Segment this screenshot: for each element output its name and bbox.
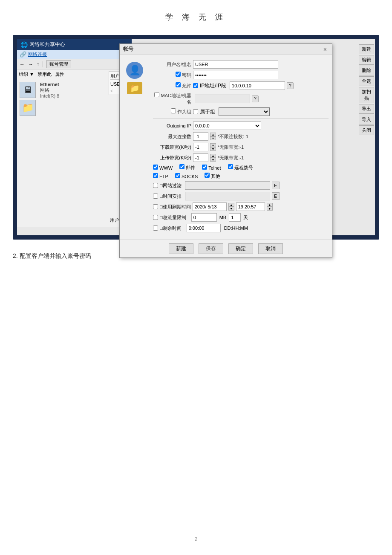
dialog-body: 👤 📁 用户名/组名 密码 bbox=[120, 55, 332, 240]
telnet-checkbox[interactable] bbox=[202, 165, 207, 170]
ip-help-button[interactable]: ? bbox=[287, 82, 294, 89]
ip-checkbox[interactable] bbox=[193, 83, 198, 88]
save-button[interactable]: 保存 bbox=[199, 243, 223, 254]
edit-sidebar-button[interactable]: 编辑 bbox=[359, 55, 374, 65]
delete-sidebar-button[interactable]: 删除 bbox=[359, 66, 374, 75]
flow-mb-unit: MB bbox=[219, 215, 227, 220]
nav-forward[interactable]: → bbox=[28, 61, 33, 67]
password-checkbox[interactable] bbox=[176, 72, 181, 77]
account-dialog: 帐号 × 👤 📁 用户名/组名 bbox=[119, 43, 332, 258]
allow-ip-row: 允许 IP地址/IP段 ? bbox=[153, 81, 329, 90]
dialog-close-button[interactable]: × bbox=[322, 46, 329, 53]
download-bw-up[interactable]: ▲ bbox=[210, 143, 216, 147]
nav-up[interactable]: ↑ bbox=[37, 61, 39, 67]
download-bw-spinner[interactable]: ▲ ▼ bbox=[210, 143, 216, 151]
new-sidebar-button[interactable]: 新建 bbox=[359, 44, 374, 54]
max-conn-up[interactable]: ▲ bbox=[210, 133, 216, 136]
disable-btn[interactable]: 禁用此 bbox=[37, 71, 52, 78]
flow-days-input[interactable] bbox=[229, 213, 241, 222]
download-bw-input[interactable] bbox=[193, 143, 208, 151]
flow-limit-checkbox[interactable] bbox=[153, 215, 158, 220]
username-input[interactable] bbox=[193, 60, 278, 69]
nav-back[interactable]: ← bbox=[20, 61, 25, 67]
cancel-button[interactable]: 取消 bbox=[258, 243, 283, 254]
expire-label: □使用到期时间 bbox=[160, 204, 191, 210]
dialog-folder-icon: 📁 bbox=[127, 82, 142, 94]
filter-time-checkbox[interactable] bbox=[153, 194, 158, 199]
net-connection-link[interactable]: 网络连接 bbox=[28, 51, 47, 58]
scan-sidebar-button[interactable]: 加扫描 bbox=[359, 87, 374, 103]
expire-date-down[interactable]: ▼ bbox=[228, 207, 234, 211]
filter-site-checkbox[interactable] bbox=[153, 183, 158, 188]
mac-checkbox[interactable] bbox=[154, 92, 159, 97]
expire-checkbox[interactable] bbox=[153, 204, 158, 209]
adapter-chip: Intel(R) 8 bbox=[40, 93, 59, 98]
ip-label: IP地址/IP段 bbox=[200, 82, 226, 90]
filter-time-edit-button[interactable]: E bbox=[272, 192, 280, 200]
socks-checkbox[interactable] bbox=[175, 173, 180, 178]
expire-date-spinner[interactable]: ▲ ▼ bbox=[228, 203, 234, 211]
flow-value-input[interactable] bbox=[191, 213, 217, 222]
max-conn-spinner[interactable]: ▲ ▼ bbox=[210, 133, 216, 140]
adapter-name: Ethernet bbox=[40, 82, 59, 87]
belong-group-checkbox[interactable] bbox=[193, 109, 198, 114]
select-all-sidebar-button[interactable]: 全选 bbox=[359, 76, 374, 86]
network-center-header: 🌐 网络和共享中心 bbox=[17, 39, 132, 50]
www-checkbox[interactable] bbox=[153, 165, 158, 170]
group-select[interactable] bbox=[219, 107, 270, 116]
remote-label: 远程拨号 bbox=[234, 165, 253, 170]
mac-help-button[interactable]: ? bbox=[252, 95, 259, 102]
network-center-label: 网络和共享中心 bbox=[29, 41, 65, 48]
protocol-row-1: WWW 邮件 Telnet 远程拨号 bbox=[153, 164, 329, 171]
left-icons: 🖥 📁 bbox=[20, 82, 36, 116]
dialog-form: 用户名/组名 密码 允许 bbox=[150, 58, 332, 236]
ip-input[interactable] bbox=[230, 81, 285, 90]
password-row: 密码 bbox=[153, 71, 329, 79]
remote-check-label: 远程拨号 bbox=[228, 164, 253, 171]
max-conn-input[interactable] bbox=[193, 132, 208, 141]
expire-time-input[interactable] bbox=[236, 202, 265, 211]
outgoing-ip-label: Outgoing IP bbox=[153, 123, 191, 128]
max-conn-down[interactable]: ▼ bbox=[210, 136, 216, 140]
filter-site-input[interactable] bbox=[185, 181, 270, 190]
group-checkbox[interactable] bbox=[171, 108, 176, 113]
mac-input[interactable] bbox=[195, 95, 250, 103]
flow-limit-row: □总流量限制 MB 天 bbox=[153, 213, 329, 222]
remain-value-input[interactable] bbox=[187, 224, 221, 232]
filter-site-row: □网站过滤 E bbox=[153, 181, 329, 190]
expire-time-up[interactable]: ▲ bbox=[267, 203, 273, 207]
expire-time-down[interactable]: ▼ bbox=[267, 207, 273, 211]
expire-date-input[interactable] bbox=[193, 202, 227, 211]
remain-checkbox[interactable] bbox=[153, 225, 158, 231]
filter-time-input[interactable] bbox=[185, 192, 270, 200]
ftp-checkbox[interactable] bbox=[153, 173, 158, 178]
www-check-label: WWW bbox=[153, 165, 173, 171]
left-panel: 🌐 网络和共享中心 🔗 网络连接 ← → ↑ 账号管理 组织 ▼ 禁用此 属性 bbox=[17, 39, 132, 227]
mail-checkbox[interactable] bbox=[179, 164, 184, 169]
upload-bw-down[interactable]: ▼ bbox=[210, 158, 216, 162]
download-bw-down[interactable]: ▼ bbox=[210, 147, 216, 151]
properties-btn[interactable]: 属性 bbox=[55, 71, 64, 78]
filter-site-edit-button[interactable]: E bbox=[272, 182, 280, 189]
page-title: 学 海 无 涯 bbox=[0, 0, 392, 31]
adapter-info: Ethernet 网络 Intel(R) 8 bbox=[40, 82, 59, 98]
export-sidebar-button[interactable]: 导出 bbox=[359, 104, 374, 114]
expire-time-spinner[interactable]: ▲ ▼ bbox=[267, 203, 273, 211]
outgoing-ip-select[interactable]: 0.0.0.0 bbox=[193, 121, 261, 130]
net-connections-bar: 🔗 网络连接 bbox=[17, 50, 132, 59]
remote-checkbox[interactable] bbox=[228, 164, 233, 169]
upload-bw-spinner[interactable]: ▲ ▼ bbox=[210, 154, 216, 162]
upload-bw-up[interactable]: ▲ bbox=[210, 154, 216, 158]
expire-date-up[interactable]: ▲ bbox=[228, 203, 234, 207]
import-sidebar-button[interactable]: 导入 bbox=[359, 115, 374, 124]
adapter-sub: 网络 bbox=[40, 87, 59, 93]
organize-btn[interactable]: 组织 ▼ bbox=[19, 71, 34, 78]
ok-button[interactable]: 确定 bbox=[228, 243, 253, 254]
upload-bw-input[interactable] bbox=[193, 153, 208, 162]
allow-checkbox[interactable] bbox=[176, 82, 181, 87]
new-button[interactable]: 新建 bbox=[169, 243, 193, 254]
other-checkbox[interactable] bbox=[205, 173, 210, 178]
close-sidebar-button[interactable]: 关闭 bbox=[359, 125, 374, 135]
password-input[interactable] bbox=[193, 71, 278, 79]
account-mgr-button[interactable]: 账号管理 bbox=[46, 60, 71, 68]
